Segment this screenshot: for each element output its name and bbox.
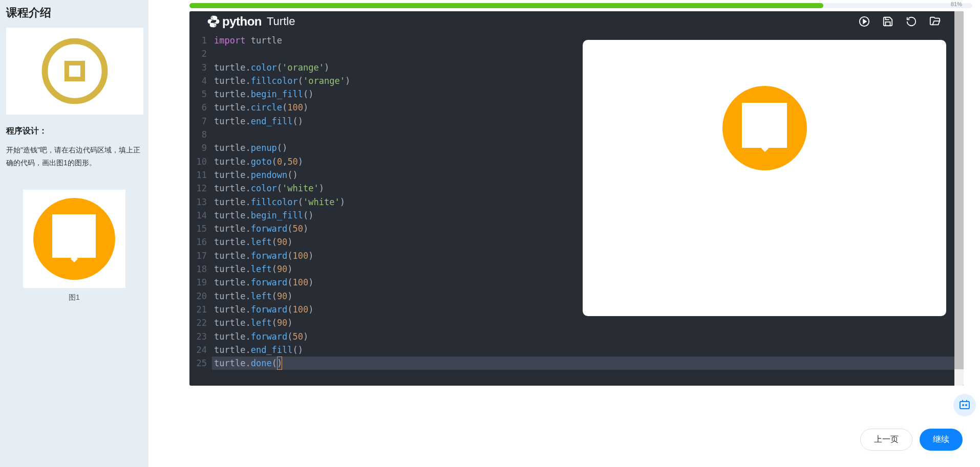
svg-rect-3 <box>960 402 969 409</box>
line-gutter: 1234567891011121314151617181920212223242… <box>189 34 212 370</box>
code-line[interactable]: turtle.end_fill() <box>212 343 964 357</box>
turtle-canvas <box>583 40 946 316</box>
save-icon[interactable] <box>882 15 894 28</box>
progress-bar: 81% <box>189 3 972 8</box>
svg-point-5 <box>966 405 967 406</box>
main-area: 81% python Turtle <box>148 0 980 467</box>
thumbnail-coin <box>6 28 143 115</box>
sidebar: 课程介绍 程序设计： 开始"造钱"吧，请在右边代码区域，填上正确的代码，画出图1… <box>0 0 148 467</box>
code-line[interactable]: turtle.done() <box>212 357 964 370</box>
open-folder-icon[interactable] <box>929 15 941 28</box>
run-icon[interactable] <box>858 15 870 28</box>
prev-button[interactable]: 上一页 <box>860 429 912 451</box>
python-turtle-logo: python Turtle <box>207 14 295 29</box>
reset-icon[interactable] <box>905 15 918 28</box>
brand-subtitle: Turtle <box>267 15 295 28</box>
course-intro-title: 课程介绍 <box>6 5 142 20</box>
svg-point-4 <box>963 405 964 406</box>
code-line[interactable]: turtle.left(90) <box>212 316 964 329</box>
code-line[interactable]: turtle.forward(50) <box>212 330 964 343</box>
figure-1-image <box>23 190 125 288</box>
coin-icon <box>41 38 108 104</box>
editor-scrollbar[interactable] <box>954 11 964 386</box>
progress-percent-label: 81% <box>951 1 962 7</box>
footer-buttons: 上一页 继续 <box>860 429 963 451</box>
section-label: 程序设计： <box>6 126 142 137</box>
python-icon <box>207 15 220 28</box>
help-icon <box>958 399 971 411</box>
figure-1-caption: 图1 <box>6 293 142 302</box>
next-button[interactable]: 继续 <box>920 429 963 451</box>
brand-text: python <box>222 14 262 29</box>
editor-header: python Turtle <box>189 11 964 32</box>
help-float-button[interactable] <box>953 394 976 416</box>
svg-point-0 <box>45 41 105 101</box>
editor-frame: python Turtle 1234567891011121314151617 <box>189 11 964 386</box>
instructions-text: 开始"造钱"吧，请在右边代码区域，填上正确的代码，画出图1的图形。 <box>6 144 142 169</box>
svg-rect-1 <box>67 63 82 79</box>
progress-fill <box>189 3 823 8</box>
